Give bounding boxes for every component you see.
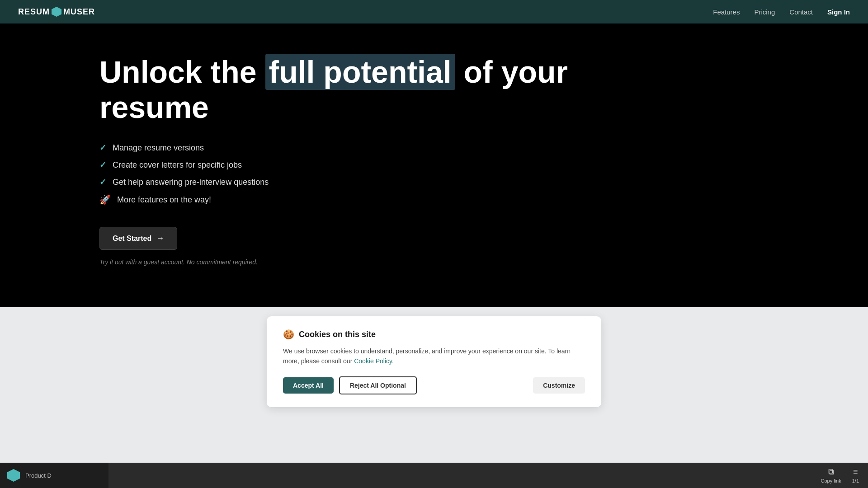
- browser-bar-actions: ⧉ Copy link ≡ 1/1: [821, 467, 859, 483]
- hero-section: Unlock the full potential of your resume…: [0, 0, 868, 307]
- cta-label: Get Started: [113, 235, 151, 243]
- check-icon-3: ✓: [99, 177, 106, 187]
- hero-headline: Unlock the full potential of your resume: [99, 54, 597, 125]
- check-icon-2: ✓: [99, 160, 106, 170]
- product-text: Product D: [25, 472, 52, 479]
- browser-bar-logo: Product D: [0, 463, 108, 488]
- cookie-actions: Accept All Reject All Optional Customize: [283, 376, 585, 394]
- feature-1-text: Manage resume versions: [113, 143, 204, 153]
- cookie-title: 🍪 Cookies on this site: [283, 329, 585, 340]
- cookie-banner: 🍪 Cookies on this site We use browser co…: [267, 316, 601, 407]
- headline-highlight: full potential: [265, 54, 455, 90]
- logo-text-1: RESUM: [18, 7, 50, 17]
- get-started-button[interactable]: Get Started →: [99, 227, 177, 250]
- navbar: RESUM MUSER Features Pricing Contact Sig…: [0, 0, 868, 23]
- logo-icon: [52, 7, 61, 17]
- check-icon-1: ✓: [99, 143, 106, 153]
- verdaccio-icon: [7, 469, 20, 482]
- cookie-title-text: Cookies on this site: [299, 330, 376, 339]
- copy-link-icon: ⧉: [828, 467, 834, 477]
- feature-3: ✓ Get help answering pre-interview quest…: [99, 177, 868, 187]
- cookie-policy-link[interactable]: Cookie Policy.: [354, 357, 394, 365]
- nav-links: Features Pricing Contact Sign In: [713, 8, 850, 16]
- cookie-body: We use browser cookies to understand, pe…: [283, 346, 585, 366]
- copy-link-action[interactable]: ⧉ Copy link: [821, 467, 841, 483]
- headline-before: Unlock the: [99, 55, 265, 89]
- rocket-icon: 🚀: [99, 194, 111, 205]
- copy-link-label: Copy link: [821, 478, 841, 483]
- reject-all-button[interactable]: Reject All Optional: [339, 376, 417, 394]
- page-info-label: 1/1: [852, 478, 859, 483]
- list-icon: ≡: [853, 467, 858, 477]
- feature-2: ✓ Create cover letters for specific jobs: [99, 160, 868, 170]
- feature-3-text: Get help answering pre-interview questio…: [113, 178, 269, 187]
- cookie-body-text: We use browser cookies to understand, pe…: [283, 347, 571, 365]
- nav-features[interactable]: Features: [713, 8, 740, 16]
- bottom-section: 🍪 Cookies on this site We use browser co…: [0, 307, 868, 488]
- cookie-icon: 🍪: [283, 329, 294, 340]
- accept-all-button[interactable]: Accept All: [283, 377, 334, 394]
- nav-signin[interactable]: Sign In: [827, 8, 850, 16]
- feature-1: ✓ Manage resume versions: [99, 143, 868, 153]
- feature-4: 🚀 More features on the way!: [99, 194, 868, 205]
- browser-bar: Product D ⧉ Copy link ≡ 1/1: [108, 463, 868, 488]
- customize-button[interactable]: Customize: [533, 377, 585, 394]
- nav-pricing[interactable]: Pricing: [754, 8, 775, 16]
- feature-2-text: Create cover letters for specific jobs: [113, 160, 242, 170]
- logo-text-2: MUSER: [63, 7, 95, 17]
- logo: RESUM MUSER: [18, 7, 95, 17]
- page-info-action[interactable]: ≡ 1/1: [852, 467, 859, 483]
- feature-4-text: More features on the way!: [117, 195, 211, 205]
- nav-contact[interactable]: Contact: [789, 8, 813, 16]
- feature-list: ✓ Manage resume versions ✓ Create cover …: [99, 143, 868, 205]
- guest-note: Try it out with a guest account. No comm…: [99, 258, 258, 266]
- cta-arrow: →: [156, 234, 164, 243]
